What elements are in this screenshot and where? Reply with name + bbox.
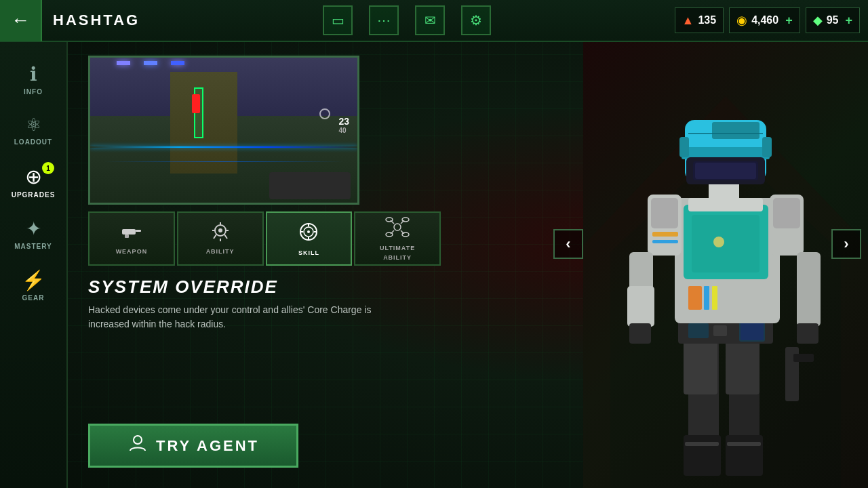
currency-area: ▲ 135 ◉ 4,460 + ◆ 95 + bbox=[675, 7, 860, 33]
ultimate-tab-label1: ULTIMATE bbox=[380, 245, 415, 251]
sidebar-item-mastery[interactable]: ✦ MASTERY bbox=[6, 210, 60, 258]
gem-add-button[interactable]: + bbox=[845, 14, 852, 28]
svg-rect-73 bbox=[793, 354, 814, 362]
back-button[interactable]: ← bbox=[0, 0, 42, 41]
svg-point-23 bbox=[386, 218, 393, 222]
skill-tab-label: SKILL bbox=[298, 249, 319, 256]
character-panel bbox=[583, 42, 868, 488]
scene-gun bbox=[269, 172, 351, 199]
svg-rect-39 bbox=[688, 323, 709, 338]
svg-rect-60 bbox=[704, 286, 709, 310]
next-agent-button[interactable]: › bbox=[831, 229, 861, 259]
sidebar-label-upgrades: UPGRADES bbox=[12, 191, 56, 199]
right-arrow-icon: › bbox=[844, 235, 848, 253]
svg-rect-2 bbox=[125, 235, 129, 238]
svg-rect-55 bbox=[797, 323, 818, 344]
svg-rect-59 bbox=[688, 286, 702, 310]
ability-tab-ability[interactable]: ABILITY bbox=[177, 211, 264, 266]
character-svg bbox=[583, 42, 868, 488]
ability-info: SYSTEM OVERRIDE Hacked devices come unde… bbox=[88, 277, 441, 331]
topbar: ← HASHTAG ▭ ⋯ ✉ ⚙ ▲ 135 ◉ 4,460 + ◆ 95 bbox=[0, 0, 868, 42]
weapon-tab-label: WEAPON bbox=[116, 248, 148, 255]
gear-icon: ⚙ bbox=[470, 12, 482, 28]
try-agent-label: TRY AGENT bbox=[156, 437, 259, 455]
svg-line-9 bbox=[214, 235, 216, 239]
character-figure bbox=[583, 42, 868, 488]
settings-icon-button[interactable]: ⚙ bbox=[461, 5, 491, 35]
sidebar-label-loadout: LOADOUT bbox=[14, 138, 52, 146]
scene-lights bbox=[117, 61, 184, 65]
ability-tab-ultimate[interactable]: ULTIMATE ABILITY bbox=[354, 211, 441, 266]
left-arrow-icon: ‹ bbox=[566, 235, 570, 253]
sidebar-item-gear[interactable]: ⚡ GEAR bbox=[6, 262, 60, 309]
preview-scene: 23 40 bbox=[90, 58, 357, 203]
coin-icon: ◉ bbox=[736, 13, 747, 28]
sidebar-item-info[interactable]: ℹ INFO bbox=[6, 56, 60, 103]
svg-rect-56 bbox=[692, 215, 760, 272]
svg-rect-1 bbox=[136, 230, 141, 232]
sidebar-label-mastery: MASTERY bbox=[14, 243, 52, 250]
svg-point-27 bbox=[134, 436, 142, 444]
mail-icon-button[interactable]: ✉ bbox=[415, 5, 445, 35]
try-agent-button[interactable]: TRY AGENT bbox=[88, 424, 298, 468]
svg-point-8 bbox=[218, 228, 222, 232]
gem-currency: ◆ 95 + bbox=[806, 7, 860, 33]
svg-rect-37 bbox=[726, 340, 760, 394]
rank-icon: ▲ bbox=[682, 14, 694, 28]
rank-value: 135 bbox=[698, 14, 716, 26]
ultimate-tab-label2: ABILITY bbox=[383, 254, 412, 261]
ability-tab-skill[interactable]: SKILL bbox=[266, 211, 353, 266]
gem-value: 95 bbox=[827, 14, 839, 26]
sidebar-item-upgrades[interactable]: 1 ⊕ UPGRADES bbox=[6, 157, 60, 206]
agent-preview: 23 40 bbox=[88, 56, 359, 205]
svg-point-13 bbox=[307, 230, 310, 233]
upgrades-icon: ⊕ bbox=[25, 165, 42, 188]
ability-tabs: WEAPON ABILITY bbox=[88, 211, 441, 266]
loadout-icon: ⚛ bbox=[26, 115, 41, 136]
sidebar-label-info: INFO bbox=[24, 88, 43, 96]
mail-icon: ✉ bbox=[425, 12, 436, 28]
chat-icon-button[interactable]: ⋯ bbox=[369, 5, 399, 35]
coin-add-button[interactable]: + bbox=[785, 14, 793, 28]
svg-rect-49 bbox=[652, 232, 678, 237]
sidebar-item-loadout[interactable]: ⚛ LOADOUT bbox=[6, 107, 60, 153]
rank-currency: ▲ 135 bbox=[675, 7, 724, 33]
coin-value: 4,460 bbox=[751, 14, 778, 26]
svg-rect-42 bbox=[741, 323, 764, 340]
main-content: 23 40 WEAPON bbox=[68, 42, 583, 488]
svg-line-10 bbox=[224, 235, 227, 239]
prev-agent-button[interactable]: ‹ bbox=[553, 229, 583, 259]
ability-tab-weapon[interactable]: WEAPON bbox=[88, 211, 175, 266]
sidebar: ℹ INFO ⚛ LOADOUT 1 ⊕ UPGRADES ✦ MASTERY … bbox=[0, 42, 68, 488]
controller-icon-button[interactable]: ▭ bbox=[323, 5, 353, 35]
try-agent-icon bbox=[127, 433, 148, 458]
light-3 bbox=[171, 61, 184, 65]
svg-rect-70 bbox=[762, 137, 772, 157]
svg-rect-34 bbox=[685, 442, 719, 446]
coin-currency: ◉ 4,460 + bbox=[729, 7, 800, 33]
svg-point-18 bbox=[394, 224, 401, 230]
sidebar-label-gear: GEAR bbox=[22, 294, 45, 302]
ability-tab-label-text: ABILITY bbox=[206, 248, 235, 255]
svg-rect-69 bbox=[679, 137, 689, 157]
svg-rect-53 bbox=[627, 286, 654, 327]
svg-point-26 bbox=[402, 232, 409, 237]
ability-title: SYSTEM OVERRIDE bbox=[88, 277, 441, 298]
svg-point-25 bbox=[386, 232, 393, 237]
ability-tab-icon bbox=[210, 222, 231, 245]
gear-sidebar-icon: ⚡ bbox=[22, 269, 45, 291]
page-title: HASHTAG bbox=[53, 12, 140, 29]
scene-floor-line bbox=[104, 161, 344, 162]
svg-rect-46 bbox=[651, 198, 678, 228]
svg-rect-68 bbox=[695, 163, 756, 179]
info-icon: ℹ bbox=[30, 63, 37, 85]
gem-icon: ◆ bbox=[813, 13, 823, 28]
svg-rect-40 bbox=[713, 325, 727, 336]
light-1 bbox=[117, 61, 130, 65]
svg-point-58 bbox=[713, 237, 724, 247]
svg-rect-54 bbox=[629, 323, 651, 344]
svg-rect-35 bbox=[727, 442, 761, 446]
skill-tab-icon bbox=[298, 221, 319, 247]
scene-neon-line bbox=[90, 146, 357, 148]
svg-rect-65 bbox=[712, 122, 760, 139]
